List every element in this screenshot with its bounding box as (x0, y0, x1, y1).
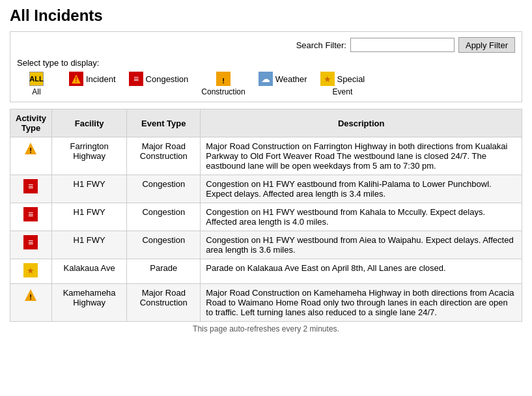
type-special-sublabel: Event (333, 87, 353, 96)
type-incident[interactable]: ! Incident (69, 72, 116, 86)
type-construction[interactable]: ! Construction (201, 72, 245, 96)
row-icon-cell: ≡ (10, 231, 52, 259)
incident-icon: ! (69, 72, 83, 86)
row-event-type: Congestion (127, 175, 201, 203)
row-event-type: Major Road Construction (127, 137, 201, 175)
row-type-icon: ! (23, 288, 38, 302)
row-type-icon: ! (23, 141, 38, 156)
row-icon-cell: ≡ (10, 175, 52, 203)
table-row: ≡H1 FWYCongestionCongestion on H1 FWY ea… (10, 175, 522, 203)
search-input[interactable] (350, 38, 455, 52)
row-event-type: Major Road Construction (127, 284, 201, 322)
row-description: Congestion on H1 FWY eastbound from Kali… (201, 175, 522, 203)
footer-note: This page auto-refreshes every 2 minutes… (10, 324, 522, 333)
svg-text:≡: ≡ (28, 209, 33, 219)
type-incident-label: Incident (86, 74, 116, 84)
svg-text:≡: ≡ (28, 237, 33, 248)
construction-icon: ! (216, 72, 231, 86)
type-weather[interactable]: ☁ Weather (259, 72, 307, 86)
table-row: !Farrington HighwayMajor Road Constructi… (10, 137, 522, 175)
row-facility: Kalakaua Ave (51, 259, 126, 284)
row-type-icon: ≡ (23, 235, 38, 249)
type-icons-row: ALL All ! Incident ≡ Con (17, 72, 515, 96)
type-weather-label: Weather (275, 74, 307, 84)
svg-text:!: ! (222, 77, 225, 85)
svg-text:!: ! (30, 293, 33, 301)
row-type-icon: ★ (23, 263, 38, 277)
row-icon-cell: ! (10, 284, 52, 322)
col-facility: Facility (51, 109, 126, 137)
type-all-label: All (32, 87, 40, 96)
row-description: Major Road Construction on Kamehameha Hi… (201, 284, 522, 322)
svg-text:★: ★ (324, 74, 331, 84)
type-construction-label: Construction (201, 87, 245, 96)
row-event-type: Parade (127, 259, 201, 284)
type-special-event[interactable]: ★ Special Event (320, 72, 365, 96)
type-special-label: Special (337, 74, 365, 84)
col-event-type: Event Type (127, 109, 201, 137)
type-congestion-label: Congestion (146, 74, 189, 84)
row-type-icon: ≡ (23, 179, 38, 193)
col-description: Description (201, 109, 522, 137)
row-facility: Farrington Highway (51, 137, 126, 175)
page-title: All Incidents (10, 7, 522, 25)
congestion-icon: ≡ (129, 72, 143, 86)
svg-text:★: ★ (27, 266, 35, 276)
search-label: Search Filter: (296, 40, 346, 50)
row-icon-cell: ★ (10, 259, 52, 284)
table-row: ★Kalakaua AveParadeParade on Kalakaua Av… (10, 259, 522, 284)
row-facility: Kamehameha Highway (51, 284, 126, 322)
special-icon: ★ (320, 72, 335, 86)
svg-text:≡: ≡ (28, 181, 33, 191)
row-facility: H1 FWY (51, 203, 126, 231)
filter-section: Search Filter: Apply Filter Select type … (10, 31, 522, 102)
svg-text:≡: ≡ (133, 74, 138, 84)
weather-icon: ☁ (259, 72, 273, 86)
type-all[interactable]: ALL All (17, 72, 56, 96)
table-row: !Kamehameha HighwayMajor Road Constructi… (10, 284, 522, 322)
row-description: Congestion on H1 FWY westbound from Aiea… (201, 231, 522, 259)
apply-filter-button[interactable]: Apply Filter (458, 37, 515, 53)
type-congestion[interactable]: ≡ Congestion (129, 72, 189, 86)
row-description: Congestion on H1 FWY westbound from Kaha… (201, 203, 522, 231)
incidents-table: ActivityType Facility Event Type Descrip… (10, 109, 522, 322)
row-event-type: Congestion (127, 231, 201, 259)
row-icon-cell: ≡ (10, 203, 52, 231)
row-event-type: Congestion (127, 203, 201, 231)
table-row: ≡H1 FWYCongestionCongestion on H1 FWY we… (10, 203, 522, 231)
type-select-label: Select type to display: (17, 58, 515, 68)
row-description: Major Road Construction on Farrington Hi… (201, 137, 522, 175)
row-type-icon: ≡ (23, 207, 38, 221)
all-icon: ALL (29, 72, 44, 86)
search-row: Search Filter: Apply Filter (17, 37, 515, 53)
row-facility: H1 FWY (51, 175, 126, 203)
row-facility: H1 FWY (51, 231, 126, 259)
row-description: Parade on Kalakaua Ave East on April 8th… (201, 259, 522, 284)
svg-text:!: ! (30, 147, 33, 154)
col-activity-type: ActivityType (10, 109, 52, 137)
row-icon-cell: ! (10, 137, 52, 175)
table-row: ≡H1 FWYCongestionCongestion on H1 FWY we… (10, 231, 522, 259)
svg-text:!: ! (75, 76, 77, 83)
svg-text:☁: ☁ (261, 74, 270, 84)
